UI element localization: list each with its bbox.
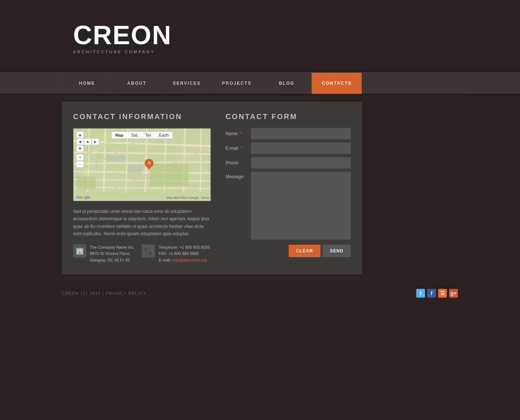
svg-rect-20 — [128, 165, 142, 173]
phone-label: Phone: — [225, 160, 251, 165]
phone-icon: 📞 — [142, 244, 155, 257]
map-zoom-in[interactable]: ▲ — [76, 131, 84, 138]
rss-icon[interactable]: ☰ — [438, 289, 447, 298]
footer: CREON (C) 2012 | PRIVACY POLICY t f ☰ g+ — [62, 282, 458, 305]
nav-item-home[interactable]: HOME — [62, 73, 112, 94]
nav-item-projects[interactable]: PROJECTS — [212, 73, 262, 94]
contact-form-section: CONTACT FORM Name: * E-mail: * Phone: Me… — [225, 112, 351, 263]
svg-rect-19 — [107, 156, 125, 161]
facebook-icon[interactable]: f — [427, 289, 436, 298]
clear-button[interactable]: CLEAR — [289, 245, 320, 257]
email-field-group: E-mail: * — [225, 143, 351, 154]
nav-link-about[interactable]: ABOUT — [112, 73, 162, 94]
contact-details: 🏢 The Company Name Inc. 9870 St Vincent … — [73, 244, 211, 264]
site-subtitle: ARCHITECTURE COMPANY — [73, 50, 520, 54]
map-tab-ter[interactable]: Ter — [142, 132, 155, 138]
phone-text: Telephone: +1 800 603 6035 FAX: +1 800 8… — [159, 244, 210, 264]
nav-item-contacts[interactable]: CONTACTS — [312, 73, 362, 94]
email-label: E-mail: * — [225, 146, 251, 151]
navigation: HOME ABOUT SERVICES PROJECTS BLOG CONTAC… — [0, 72, 520, 94]
twitter-icon[interactable]: t — [416, 289, 425, 298]
name-required: * — [240, 131, 242, 136]
map-container[interactable]: Map Sat Ter Earth ▲ ◄ ● ► ▼ + − — [73, 128, 211, 201]
name-field-group: Name: * — [225, 128, 351, 139]
site-title: CREON — [73, 22, 520, 48]
map-zoom-in-plus[interactable]: + — [76, 154, 84, 161]
nav-item-blog[interactable]: BLOG — [262, 73, 312, 94]
phone-handset-icon: 📞 — [144, 247, 152, 255]
send-button[interactable]: SEND — [323, 245, 351, 257]
svg-rect-17 — [150, 164, 188, 186]
nav-link-contacts[interactable]: CONTACTS — [312, 73, 362, 94]
footer-copyright: CREON (C) 2012 | PRIVACY POLICY — [62, 291, 146, 295]
map-pan-left[interactable]: ◄ — [76, 138, 84, 145]
name-label: Name: * — [225, 131, 251, 136]
address-block: 🏢 The Company Name Inc. 9870 St Vincent … — [73, 244, 134, 264]
social-icons: t f ☰ g+ — [416, 289, 458, 298]
map-tab-sat[interactable]: Sat — [128, 132, 141, 138]
map-zoom-out[interactable]: ▼ — [76, 145, 84, 152]
nav-link-blog[interactable]: BLOG — [262, 73, 312, 94]
address-icon: 🏢 — [73, 244, 86, 257]
phone-block: 📞 Telephone: +1 800 603 6035 FAX: +1 800… — [142, 244, 210, 264]
building-icon: 🏢 — [76, 247, 84, 255]
nav-link-home[interactable]: HOME — [62, 73, 112, 94]
svg-rect-18 — [77, 176, 96, 189]
name-input[interactable] — [251, 128, 351, 139]
address-text: The Company Name Inc. 9870 St Vincent Pl… — [90, 244, 134, 264]
map-zoom-out-minus[interactable]: − — [76, 161, 84, 168]
message-label: Message: — [225, 172, 251, 179]
email-link[interactable]: mail@demolink.org — [172, 258, 207, 262]
map-terms: Map data ©2012 Google - Terms — [167, 196, 209, 199]
nav-item-services[interactable]: SERVICES — [162, 73, 212, 94]
nav-link-services[interactable]: SERVICES — [162, 73, 212, 94]
message-input[interactable] — [251, 172, 351, 240]
main-content: CONTACT INFORMATION — [62, 102, 362, 274]
google-logo: Google — [76, 195, 90, 199]
header: CREON ARCHITECTURE COMPANY — [0, 0, 520, 65]
email-input[interactable] — [251, 143, 351, 154]
map-controls: ▲ ◄ ● ► ▼ + − — [76, 131, 99, 168]
contact-form-title: CONTACT FORM — [225, 112, 351, 121]
description: Sed ut perspiciatis unde omnis iste natu… — [73, 208, 211, 238]
map-pan-center[interactable]: ● — [84, 138, 91, 145]
map-tab-earth[interactable]: Earth — [155, 132, 172, 138]
email-required: * — [241, 146, 243, 151]
phone-field-group: Phone: — [225, 157, 351, 168]
contact-info-section: CONTACT INFORMATION — [73, 112, 211, 263]
privacy-policy-link[interactable]: CREON (C) 2012 | PRIVACY POLICY — [62, 291, 146, 295]
nav-item-about[interactable]: ABOUT — [112, 73, 162, 94]
nav-link-projects[interactable]: PROJECTS — [212, 73, 262, 94]
svg-line-13 — [200, 129, 201, 192]
map-pan-right[interactable]: ► — [92, 138, 99, 145]
map-marker: A — [145, 159, 153, 170]
message-field-group: Message: — [225, 172, 351, 240]
phone-input[interactable] — [251, 157, 351, 168]
google-plus-icon[interactable]: g+ — [449, 289, 458, 298]
contact-info-title: CONTACT INFORMATION — [73, 112, 211, 121]
form-buttons: CLEAR SEND — [225, 245, 351, 257]
map-tabs: Map Sat Ter Earth — [111, 131, 173, 139]
map-tab-map[interactable]: Map — [112, 132, 127, 138]
